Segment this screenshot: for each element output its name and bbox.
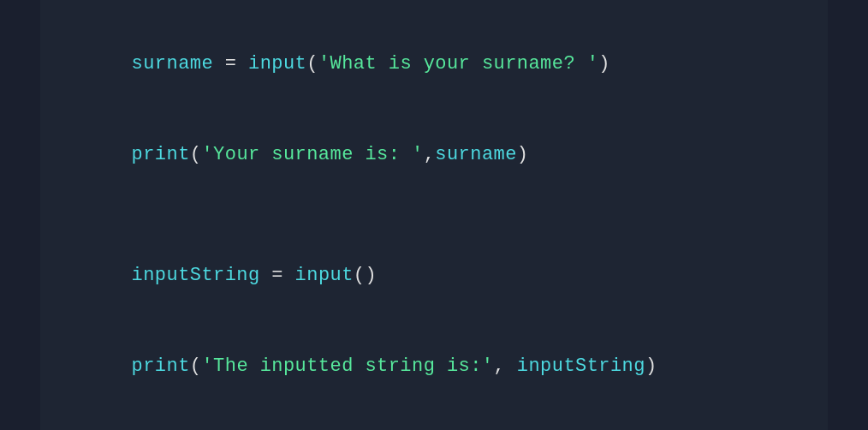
code-editor: surname = input('What is your surname? '…	[40, 0, 828, 430]
func-input-1: input	[248, 53, 306, 75]
paren-close-1: )	[598, 53, 610, 75]
func-input-2: input	[295, 265, 354, 286]
func-print-2: print	[132, 355, 190, 377]
paren-open-3: (	[190, 355, 202, 377]
func-print-1: print	[132, 144, 190, 165]
paren-open-1: (	[306, 53, 318, 75]
string-your-surname: 'Your surname is: '	[201, 144, 423, 165]
paren-close-2: )	[517, 144, 529, 165]
code-line-1: surname = input('What is your surname? '…	[85, 19, 783, 110]
paren-close-3: )	[645, 355, 657, 377]
paren-open-2: (	[190, 144, 202, 165]
comma-2: ,	[494, 355, 517, 377]
paren-empty: ()	[354, 265, 377, 286]
variable-inputstring: inputString	[132, 265, 260, 286]
string-inputted: 'The inputted string is:'	[201, 355, 493, 377]
operator-assign-2: =	[260, 265, 295, 286]
variable-surname-ref: surname	[435, 144, 517, 165]
code-line-3: inputString = input()	[85, 230, 783, 321]
variable-inputstring-ref: inputString	[517, 355, 645, 377]
operator-assign-1: =	[213, 53, 248, 75]
comma-1: ,	[424, 144, 436, 165]
string-surname-prompt: 'What is your surname? '	[318, 53, 598, 75]
code-line-4: print('The inputted string is:', inputSt…	[85, 321, 783, 412]
variable-surname: surname	[132, 53, 214, 75]
spacer-1	[85, 200, 783, 230]
code-line-2: print('Your surname is: ',surname)	[85, 109, 783, 200]
